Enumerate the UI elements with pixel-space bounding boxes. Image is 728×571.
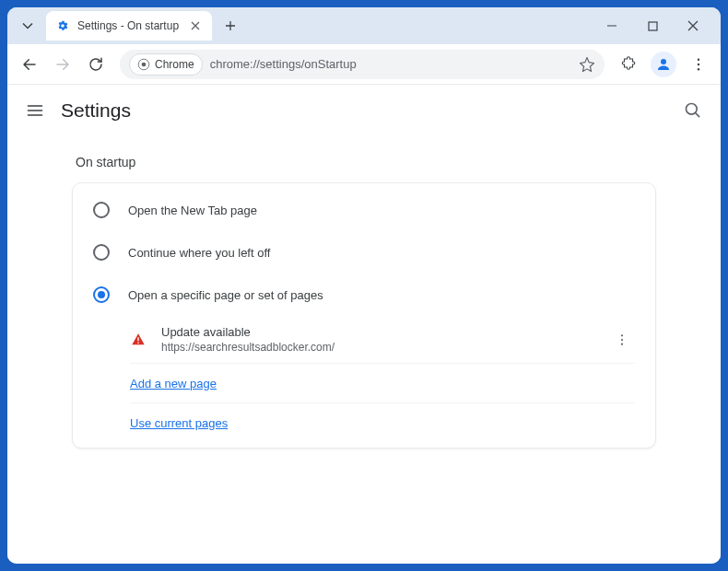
avatar-icon [655,56,672,73]
alert-icon [130,332,147,348]
maximize-button[interactable] [632,9,673,42]
page-content: Settings On startup Open the New Tab pag… [7,85,721,564]
chip-label: Chrome [155,58,194,71]
page-url: https://searchresultsadblocker.com/ [161,341,609,354]
forward-button[interactable] [48,50,77,79]
option-continue[interactable]: Continue where you left off [73,231,655,274]
page-title: Settings [61,99,131,122]
hamburger-icon [26,101,44,120]
url-text: chrome://settings/onStartup [210,57,357,71]
option-label: Open the New Tab page [128,204,257,217]
back-button[interactable] [15,50,44,79]
svg-point-2 [142,62,147,66]
tab-title: Settings - On startup [77,19,188,32]
extensions-button[interactable] [614,50,643,79]
maximize-icon [648,21,658,31]
option-new-tab[interactable]: Open the New Tab page [73,189,655,231]
close-icon[interactable] [188,18,203,33]
svg-point-5 [698,63,699,64]
reload-button[interactable] [81,50,111,79]
startup-pages-list: Update available https://searchresultsad… [73,316,655,442]
svg-point-10 [621,334,623,336]
option-label: Continue where you left off [128,246,270,260]
profile-button[interactable] [651,52,676,77]
tab-search-button[interactable] [15,13,41,39]
settings-search-button[interactable] [684,101,702,120]
svg-point-4 [698,58,699,60]
svg-point-12 [621,343,623,344]
toolbar: Chrome chrome://settings/onStartup [7,44,721,85]
use-current-row: Use current pages [130,403,635,442]
radio-button[interactable] [93,202,110,218]
puzzle-icon [620,56,637,73]
chevron-down-icon [22,20,33,31]
page-more-button[interactable] [609,327,635,353]
site-chip[interactable]: Chrome [129,53,203,76]
option-label: Open a specific page or set of pages [128,288,323,302]
add-page-row: Add a new page [130,364,635,403]
page-name: Update available [161,325,609,339]
menu-button[interactable] [684,50,713,79]
close-icon [687,20,699,31]
radio-button[interactable] [93,244,110,261]
address-bar[interactable]: Chrome chrome://settings/onStartup [120,50,605,79]
new-tab-button[interactable] [217,13,243,39]
svg-rect-8 [137,337,138,341]
svg-point-3 [661,59,666,64]
minimize-button[interactable] [592,9,632,42]
section-title: On startup [76,155,656,169]
arrow-right-icon [54,56,71,73]
svg-rect-0 [649,22,657,30]
svg-rect-9 [137,342,138,343]
hamburger-button[interactable] [26,101,44,120]
settings-header: Settings [7,85,721,136]
browser-tab[interactable]: Settings - On startup [46,11,212,41]
svg-point-6 [698,68,699,70]
add-new-page-link[interactable]: Add a new page [130,377,217,390]
dots-vertical-icon [690,56,707,73]
option-specific-pages[interactable]: Open a specific page or set of pages [73,274,655,316]
search-icon [684,101,702,120]
close-window-button[interactable] [673,9,713,42]
chrome-icon [137,58,150,71]
reload-icon [88,56,104,73]
startup-page-row: Update available https://searchresultsad… [130,316,635,364]
tab-strip: Settings - On startup [7,7,721,44]
gear-icon [55,18,70,33]
plus-icon [225,20,236,31]
bookmark-button[interactable] [579,56,595,73]
radio-button[interactable] [93,286,110,303]
svg-point-11 [621,338,623,340]
arrow-left-icon [21,56,38,73]
dots-vertical-icon [615,332,629,347]
use-current-pages-link[interactable]: Use current pages [130,416,228,430]
minimize-icon [606,20,617,31]
star-icon [579,56,595,73]
on-startup-card: Open the New Tab page Continue where you… [72,182,656,449]
